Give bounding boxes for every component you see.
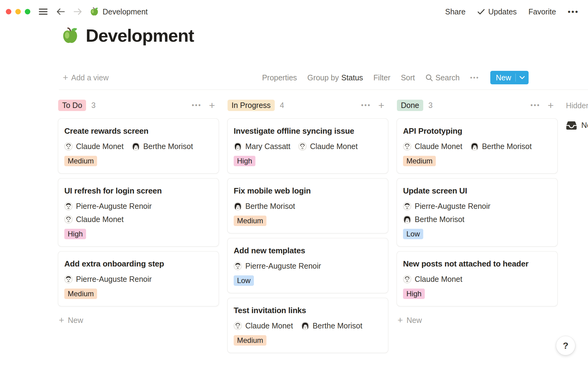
assignee-name: Pierre-Auguste Renoir <box>76 202 152 211</box>
card-assignees: Berthe Morisot <box>234 201 382 211</box>
sort-button[interactable]: Sort <box>401 73 415 82</box>
properties-button[interactable]: Properties <box>262 73 297 82</box>
avatar-monet-icon <box>64 142 73 151</box>
card-title: Update screen UI <box>403 185 551 197</box>
assignee-name: Pierre-Auguste Renoir <box>415 202 490 211</box>
new-card-label: New <box>68 316 83 325</box>
card-assignees: Mary CassattClaude Monet <box>234 142 382 151</box>
kanban-card[interactable]: API PrototypingClaude MonetBerthe Moriso… <box>397 119 557 173</box>
close-window-button[interactable] <box>6 9 11 14</box>
avatar-monet-icon <box>64 215 73 224</box>
avatar-renoir-icon <box>234 262 242 270</box>
minimize-window-button[interactable] <box>15 9 21 14</box>
window-more-button[interactable]: ••• <box>568 7 579 17</box>
column-more-button[interactable]: ••• <box>361 101 371 109</box>
assignee-chip: Claude Monet <box>64 142 124 151</box>
kanban-card[interactable]: Test invitation linksClaude MonetBerthe … <box>228 298 388 353</box>
kanban-card[interactable]: Update screen UIPierre-Auguste RenoirBer… <box>397 178 557 246</box>
breadcrumb[interactable]: Development <box>90 7 148 16</box>
add-view-button[interactable]: + Add a view <box>63 73 109 82</box>
card-assignees: Pierre-Auguste RenoirClaude Monet <box>64 201 213 224</box>
card-title: Create rewards screen <box>64 125 213 137</box>
toolbar-more-button[interactable]: ••• <box>470 74 479 81</box>
arrow-left-icon <box>56 8 65 16</box>
search-button[interactable]: Search <box>425 73 460 82</box>
card-title: Test invitation links <box>234 305 382 316</box>
column-add-card-button[interactable]: + <box>548 100 554 110</box>
new-card-label: New <box>407 316 422 325</box>
column-add-card-button[interactable]: + <box>378 100 384 110</box>
hidden-columns-toggle[interactable]: Hidden columns <box>566 99 588 111</box>
priority-badge: Medium <box>234 335 266 346</box>
avatar-renoir-icon <box>403 202 411 210</box>
avatar-monet-icon <box>234 322 242 330</box>
assignee-name: Mary Cassatt <box>245 142 290 151</box>
help-button[interactable]: ? <box>556 336 575 355</box>
avatar-morisot-icon <box>234 202 242 210</box>
page-icon-apple-large[interactable] <box>61 27 79 44</box>
kanban-card[interactable]: Add extra onboarding stepPierre-Auguste … <box>58 251 219 306</box>
sidebar-menu-button[interactable] <box>38 8 48 16</box>
column-status-badge[interactable]: To Do <box>58 100 86 111</box>
assignee-name: Claude Monet <box>76 215 124 224</box>
new-button-label: New <box>496 73 515 82</box>
avatar-monet-icon <box>403 142 411 151</box>
kanban-card[interactable]: Add new templatesPierre-Auguste RenoirLo… <box>228 238 388 293</box>
priority-badge: High <box>403 289 425 299</box>
column-card-count: 3 <box>91 101 96 110</box>
window-controls <box>6 9 30 14</box>
plus-icon: + <box>59 316 64 325</box>
assignee-name: Claude Monet <box>310 142 358 151</box>
card-assignees: Pierre-Auguste Renoir <box>234 261 382 270</box>
board-column-done: Done3•••+API PrototypingClaude MonetBert… <box>397 99 557 325</box>
kanban-card[interactable]: Investigate offline syncing issueMary Ca… <box>228 119 388 173</box>
card-assignees: Pierre-Auguste Renoir <box>64 274 213 284</box>
assignee-chip: Claude Monet <box>403 142 462 151</box>
priority-badge: High <box>64 229 86 239</box>
page-title[interactable]: Development <box>86 25 194 46</box>
assignee-name: Berthe Morisot <box>415 215 465 224</box>
kanban-card[interactable]: UI refresh for login screenPierre-August… <box>58 178 219 246</box>
column-status-badge[interactable]: In Progress <box>228 100 275 111</box>
arrow-right-icon <box>73 8 82 16</box>
assignee-name: Claude Monet <box>415 275 462 284</box>
card-title: Add extra onboarding step <box>64 258 213 270</box>
avatar-renoir-icon <box>64 202 73 210</box>
forward-button[interactable] <box>73 8 82 16</box>
assignee-name: Berthe Morisot <box>143 142 193 151</box>
zoom-window-button[interactable] <box>25 9 30 14</box>
new-button[interactable]: New <box>490 71 529 84</box>
window-titlebar: Development Share Updates Favorite ••• <box>0 0 588 23</box>
column-add-card-button[interactable]: + <box>209 100 215 110</box>
kanban-card[interactable]: New posts not attached to headerClaude M… <box>397 251 557 306</box>
card-title: Fix mobile web login <box>234 185 382 197</box>
group-by-button[interactable]: Group by Status <box>307 73 363 82</box>
kanban-board: To Do3•••+Create rewards screenClaude Mo… <box>58 99 557 353</box>
new-card-button[interactable]: +New <box>397 316 557 325</box>
hidden-group-no-status[interactable]: No Status <box>566 120 588 131</box>
favorite-button[interactable]: Favorite <box>528 7 556 16</box>
chevron-down-icon[interactable] <box>516 76 529 79</box>
column-card-list: Investigate offline syncing issueMary Ca… <box>228 119 388 353</box>
new-card-button[interactable]: +New <box>58 316 219 325</box>
back-button[interactable] <box>56 8 65 16</box>
kanban-card[interactable]: Fix mobile web loginBerthe MorisotMedium <box>228 178 388 233</box>
kanban-card[interactable]: Create rewards screenClaude MonetBerthe … <box>58 119 219 173</box>
updates-button[interactable]: Updates <box>477 7 517 16</box>
column-more-button[interactable]: ••• <box>192 101 202 109</box>
priority-badge: Medium <box>64 289 97 299</box>
column-card-list: API PrototypingClaude MonetBerthe Moriso… <box>397 119 557 306</box>
avatar-morisot-icon <box>403 215 411 224</box>
assignee-chip: Pierre-Auguste Renoir <box>403 201 490 211</box>
share-button[interactable]: Share <box>445 7 466 16</box>
filter-button[interactable]: Filter <box>373 73 390 82</box>
card-assignees: Claude MonetBerthe Morisot <box>64 142 213 151</box>
column-status-badge[interactable]: Done <box>397 100 423 111</box>
hamburger-icon <box>38 8 48 16</box>
board-column-to-do: To Do3•••+Create rewards screenClaude Mo… <box>58 99 219 325</box>
card-title: API Prototyping <box>403 125 551 137</box>
column-more-button[interactable]: ••• <box>530 101 540 109</box>
assignee-chip: Claude Monet <box>64 215 124 224</box>
column-header: To Do3•••+ <box>58 99 219 111</box>
breadcrumb-title: Development <box>103 7 148 16</box>
